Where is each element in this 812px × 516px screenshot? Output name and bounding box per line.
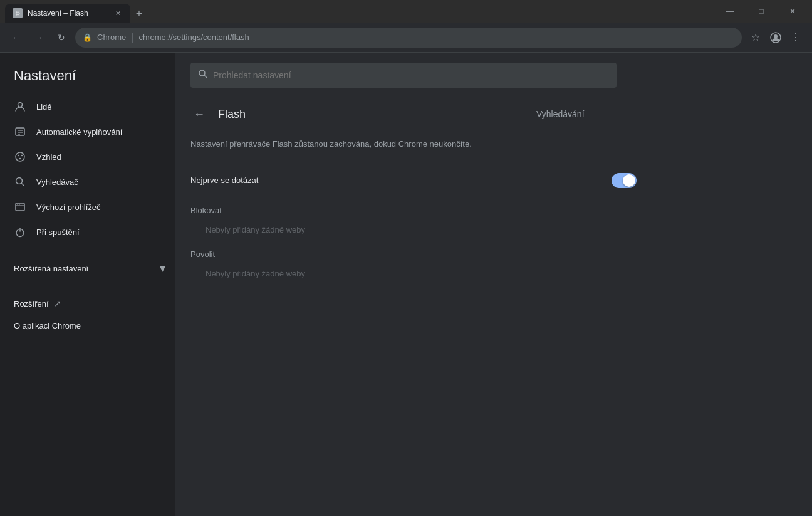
svg-point-16: [19, 204, 20, 205]
sidebar-item-default-browser[interactable]: Výchozí prohlížeč: [0, 194, 168, 219]
refresh-button[interactable]: ↻: [53, 29, 70, 46]
main-layout: Nastavení Lidé Automatické vyplňování: [0, 53, 812, 516]
sidebar-item-vyhledavac[interactable]: Vyhledávač: [0, 169, 168, 194]
tab-title: Nastavení – Flash: [28, 9, 108, 18]
right-panel: [652, 53, 812, 516]
profile-button[interactable]: [767, 29, 784, 46]
url-separator: |: [131, 32, 133, 43]
flash-header: ← Flash: [190, 98, 637, 133]
new-tab-button[interactable]: +: [130, 5, 148, 23]
svg-line-12: [22, 184, 24, 186]
sidebar-advanced[interactable]: Rozšířená nastavení ▾: [0, 255, 175, 282]
block-empty-message: Nebyly přidány žádné weby: [190, 220, 637, 240]
sidebar-item-about[interactable]: O aplikaci Chrome: [0, 315, 168, 337]
chevron-down-icon: ▾: [160, 261, 165, 275]
tab-bar: ⚙ Nastavení – Flash ✕ +: [0, 0, 710, 23]
toggle-knob: [623, 174, 635, 187]
allow-empty-message: Nebyly přidány žádné weby: [190, 264, 637, 283]
menu-button[interactable]: ⋮: [787, 29, 804, 46]
extensions-label: Rozšíření: [14, 299, 49, 308]
addressbar-actions: ☆ ⋮: [747, 29, 804, 46]
url-path: chrome://settings/content/flash: [138, 33, 249, 42]
svg-point-7: [16, 152, 24, 161]
bookmark-button[interactable]: ☆: [747, 29, 764, 46]
sidebar-item-lide[interactable]: Lidé: [0, 94, 168, 119]
browser-icon: [14, 201, 26, 213]
flash-header-left: ← Flash: [190, 105, 246, 123]
sidebar-item-label: Při spuštění: [36, 228, 80, 237]
search-bar-area: [175, 53, 652, 98]
titlebar: ⚙ Nastavení – Flash ✕ + — □ ✕: [0, 0, 812, 23]
sidebar-divider-2: [10, 287, 165, 287]
sidebar-item-autofill[interactable]: Automatické vyplňování: [0, 119, 168, 144]
tab-close-button[interactable]: ✕: [113, 8, 123, 18]
person-icon: [14, 100, 26, 113]
close-button[interactable]: ✕: [778, 0, 807, 23]
palette-icon: [14, 150, 26, 163]
maximize-button[interactable]: □: [747, 0, 776, 23]
advanced-label: Rozšířená nastavení: [14, 264, 88, 273]
search-input[interactable]: [213, 70, 609, 80]
content-area: ← Flash Nastavení přehrávače Flash zůsta…: [175, 53, 652, 516]
power-icon: [14, 226, 26, 238]
svg-point-2: [18, 103, 23, 107]
svg-rect-13: [16, 203, 24, 211]
sidebar-item-label: Lidé: [36, 102, 52, 112]
sidebar-item-label: Vyhledávač: [36, 177, 78, 187]
sidebar-item-label: Výchozí prohlížeč: [36, 203, 101, 212]
active-tab[interactable]: ⚙ Nastavení – Flash ✕: [5, 4, 130, 23]
flash-content: ← Flash Nastavení přehrávače Flash zůsta…: [175, 98, 652, 516]
sidebar-header: Nastavení: [0, 63, 175, 94]
flash-toggle-row: Nejprve se dotázat: [190, 166, 637, 196]
minimize-button[interactable]: —: [716, 0, 744, 23]
url-bar[interactable]: 🔒 Chrome | chrome://settings/content/fla…: [75, 28, 742, 48]
addressbar: ← → ↻ 🔒 Chrome | chrome://settings/conte…: [0, 23, 812, 53]
tab-favicon: ⚙: [13, 8, 23, 18]
toggle-label: Nejprve se dotázat: [190, 176, 258, 185]
about-label: O aplikaci Chrome: [14, 321, 81, 330]
sidebar-item-vzhled[interactable]: Vzhled: [0, 144, 168, 169]
window-controls: — □ ✕: [710, 0, 812, 23]
flash-search-input[interactable]: [536, 107, 637, 122]
sidebar-item-startup[interactable]: Při spuštění: [0, 219, 168, 245]
sidebar-item-label: Vzhled: [36, 152, 61, 162]
flash-description: Nastavení přehrávače Flash zůstanou zach…: [190, 133, 637, 166]
sidebar: Nastavení Lidé Automatické vyplňování: [0, 53, 175, 516]
svg-point-1: [774, 34, 778, 38]
flash-toggle[interactable]: [612, 173, 637, 188]
back-button[interactable]: ←: [8, 29, 25, 46]
allow-section-title: Povolit: [190, 240, 637, 264]
svg-point-8: [18, 155, 19, 156]
sidebar-item-extensions[interactable]: Rozšíření ↗: [0, 292, 175, 315]
sidebar-item-label: Automatické vyplňování: [36, 127, 122, 137]
settings-search-bar[interactable]: [190, 63, 617, 88]
svg-point-10: [19, 158, 21, 159]
flash-title: Flash: [218, 108, 246, 121]
form-icon: [14, 125, 26, 138]
forward-button[interactable]: →: [30, 29, 48, 46]
search-icon: [14, 176, 26, 188]
search-icon: [198, 69, 208, 82]
lock-icon: 🔒: [83, 33, 92, 42]
back-button[interactable]: ←: [190, 105, 208, 123]
svg-line-18: [204, 75, 207, 78]
sidebar-divider: [10, 250, 165, 250]
block-section-title: Blokovat: [190, 196, 637, 220]
external-link-icon: ↗: [54, 298, 61, 308]
svg-point-9: [21, 155, 23, 156]
chrome-label: Chrome: [97, 33, 126, 42]
svg-point-15: [17, 204, 18, 205]
